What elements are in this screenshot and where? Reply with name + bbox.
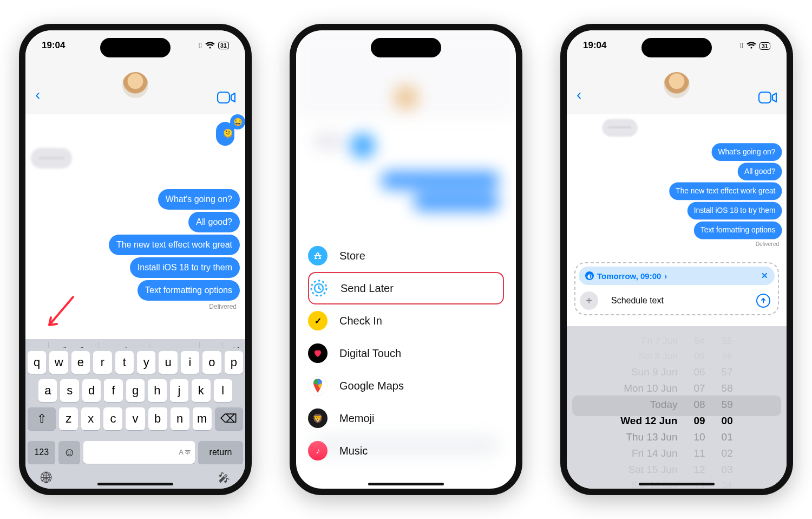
received-message: ⋯⋯⋯ [31, 148, 72, 168]
key-y[interactable]: y [137, 351, 155, 374]
key-r[interactable]: r [93, 351, 112, 374]
shift-key[interactable]: ⇧ [28, 407, 56, 430]
key-b[interactable]: b [148, 407, 167, 430]
dynamic-island [641, 38, 712, 57]
menu-item-digital-touch[interactable]: Digital Touch [308, 337, 504, 369]
key-v[interactable]: v [126, 407, 145, 430]
picker-option[interactable]: 08 [693, 399, 705, 411]
picker-option[interactable]: 02 [722, 447, 733, 459]
menu-item-check-in[interactable]: ✓ Check In [308, 304, 504, 337]
cancel-schedule-button[interactable]: ✕ [761, 271, 768, 281]
picker-option[interactable]: 09 [693, 415, 705, 427]
picker-option[interactable]: 12 [693, 464, 705, 476]
music-icon: ♪ [308, 441, 328, 460]
menu-item-music[interactable]: ♪ Music [308, 434, 504, 467]
picker-day-wheel[interactable]: Fri 7 JunSat 8 JunSun 9 JunMon 10 JunTod… [620, 336, 677, 489]
datetime-picker[interactable]: Fri 7 JunSat 8 JunSun 9 JunMon 10 JunTod… [567, 326, 787, 489]
space-key[interactable]: A क [83, 441, 195, 464]
home-indicator [97, 483, 173, 485]
picker-option[interactable]: Fri 7 Jun [641, 336, 677, 347]
picker-option[interactable]: 11 [693, 447, 705, 459]
keyboard[interactable]: qwertyuiop asdfghjkl ⇧ zxcvbnm ⌫ 123 ☺︎ … [25, 348, 245, 489]
key-q[interactable]: q [28, 351, 46, 374]
picker-option[interactable]: 56 [722, 351, 732, 362]
contact-avatar[interactable] [664, 72, 690, 98]
picker-option[interactable]: Mon 10 Jun [624, 382, 677, 394]
sent-message: What's going on? [158, 189, 240, 210]
facetime-button[interactable] [217, 92, 235, 103]
sent-message: All good? [738, 163, 782, 180]
delivered-label: Delivered [34, 303, 237, 310]
menu-item-send-later[interactable]: Send Later [308, 272, 504, 304]
key-d[interactable]: d [82, 379, 101, 402]
battery-icon: 31 [759, 41, 770, 50]
return-key[interactable]: return [198, 441, 243, 464]
picker-option[interactable]: 59 [722, 399, 733, 411]
home-indicator [368, 483, 444, 485]
key-c[interactable]: c [103, 407, 122, 430]
picker-option[interactable]: Sat 8 Jun [639, 351, 678, 362]
menu-item-memoji[interactable]: 🦁 Memoji [308, 402, 504, 434]
menu-label: Store [339, 250, 365, 262]
picker-option[interactable]: 03 [722, 464, 733, 476]
plus-button[interactable]: + [580, 291, 598, 310]
mic-icon[interactable]: 🎤︎ [218, 471, 230, 485]
key-z[interactable]: z [59, 407, 78, 430]
picker-option[interactable]: Fri 14 Jun [632, 447, 677, 459]
back-button[interactable]: ‹ [577, 86, 581, 103]
picker-option[interactable]: Thu 13 Jun [626, 431, 677, 443]
send-later-button[interactable] [756, 294, 770, 308]
picker-option[interactable]: 01 [722, 431, 733, 443]
dynamic-island [100, 38, 171, 57]
key-n[interactable]: n [171, 407, 189, 430]
picker-option[interactable]: 00 [722, 415, 733, 427]
key-i[interactable]: i [181, 351, 199, 374]
picker-minute-wheel[interactable]: 5556575859000102030405 [722, 336, 733, 489]
message-input-scheduled[interactable]: Schedule text [604, 290, 775, 311]
key-k[interactable]: k [192, 379, 210, 402]
picker-option[interactable]: 04 [722, 480, 732, 489]
key-s[interactable]: s [60, 379, 78, 402]
key-t[interactable]: t [115, 351, 134, 374]
picker-option[interactable]: 10 [693, 431, 705, 443]
picker-option[interactable]: Sat 15 Jun [628, 464, 678, 476]
key-m[interactable]: m [193, 407, 212, 430]
picker-option[interactable]: 58 [722, 382, 733, 394]
key-f[interactable]: f [104, 379, 122, 402]
picker-option[interactable]: 55 [722, 336, 732, 347]
delivered-label: Delivered [605, 241, 780, 248]
picker-option[interactable]: 07 [693, 382, 705, 394]
backspace-key[interactable]: ⌫ [215, 407, 243, 430]
emoji-key[interactable]: ☺︎ [58, 441, 80, 464]
svg-rect-0 [218, 92, 230, 103]
store-icon [308, 246, 328, 265]
picker-option[interactable]: 06 [693, 366, 705, 378]
menu-item-google-maps[interactable]: Google Maps [308, 369, 504, 402]
picker-hour-wheel[interactable]: 5405060708091011121314 [693, 336, 705, 489]
menu-item-store[interactable]: Store [308, 239, 504, 272]
key-a[interactable]: a [38, 379, 57, 402]
key-l[interactable]: l [214, 379, 232, 402]
picker-option[interactable]: Today [650, 399, 678, 411]
facetime-button[interactable] [758, 92, 777, 103]
key-o[interactable]: o [202, 351, 221, 374]
picker-option[interactable]: 05 [695, 351, 705, 362]
numeric-key[interactable]: 123 [28, 441, 55, 464]
key-w[interactable]: w [49, 351, 68, 374]
back-button[interactable]: ‹ [35, 86, 40, 103]
signal-icon: 􀙇 [740, 41, 743, 50]
key-e[interactable]: e [71, 351, 90, 374]
key-g[interactable]: g [126, 379, 145, 402]
key-x[interactable]: x [81, 407, 100, 430]
globe-icon[interactable]: 🌐︎ [41, 471, 53, 485]
contact-avatar[interactable] [122, 72, 148, 98]
picker-option[interactable]: Sun 9 Jun [631, 366, 678, 378]
schedule-time-pill[interactable]: ◐ Tomorrow, 09:00 › ✕ [579, 267, 775, 285]
key-p[interactable]: p [225, 351, 243, 374]
picker-option[interactable]: 57 [722, 366, 733, 378]
picker-option[interactable]: 54 [695, 336, 705, 347]
key-j[interactable]: j [170, 379, 188, 402]
picker-option[interactable]: Wed 12 Jun [620, 415, 677, 427]
key-u[interactable]: u [159, 351, 177, 374]
key-h[interactable]: h [148, 379, 166, 402]
